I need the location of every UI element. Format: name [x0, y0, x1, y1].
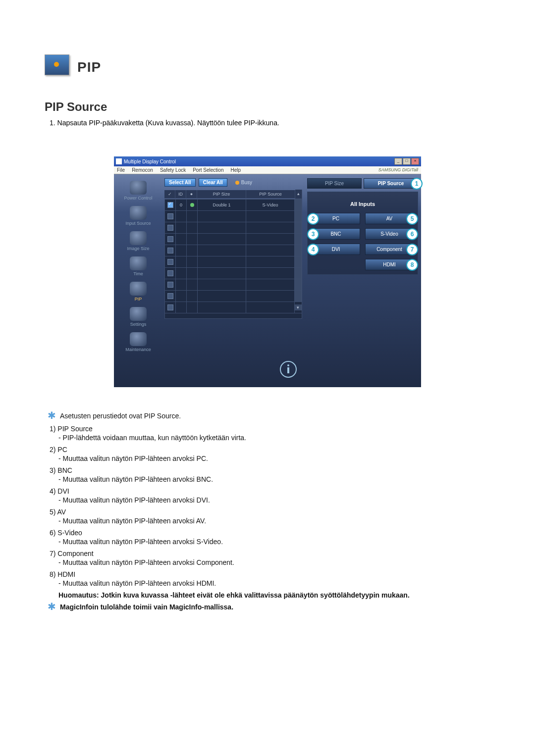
close-button[interactable]: ×: [411, 158, 419, 165]
menu-safety-lock[interactable]: Safety Lock: [160, 167, 186, 173]
col-pip-size: PIP Size: [197, 190, 246, 199]
component-button[interactable]: Component 7: [365, 244, 414, 255]
status-led-icon: [190, 203, 194, 207]
row-pip-source: S-Video: [246, 200, 295, 210]
table-row: [165, 279, 302, 291]
callout-7: 7: [406, 244, 418, 255]
maximize-button[interactable]: □: [403, 158, 411, 165]
sidebar-item-power-control[interactable]: Power Control: [114, 179, 162, 204]
row-checkbox[interactable]: [167, 270, 173, 276]
menu-bar: File Remocon Safety Lock Port Selection …: [114, 166, 421, 174]
hdmi-button[interactable]: HDMI 8: [365, 259, 414, 270]
window-titlebar: Multiple Display Control _ □ ×: [114, 156, 421, 166]
table-row: [165, 291, 302, 302]
sidebar-label: Image Size: [114, 246, 162, 251]
scroll-track[interactable]: [295, 200, 302, 210]
clear-all-button[interactable]: Clear All: [199, 178, 227, 187]
list-item-desc: - Muuttaa valitun näytön PIP-lähteen arv…: [58, 454, 490, 462]
list-item-desc: - Muuttaa valitun näytön PIP-lähteen arv…: [58, 496, 490, 504]
mdc-window: Multiple Display Control _ □ × File Remo…: [114, 156, 421, 387]
pc-button[interactable]: 2 PC: [312, 213, 360, 224]
list-item: 2) PC: [50, 446, 490, 454]
table-row: [165, 222, 302, 234]
list-item-desc: - PIP-lähdettä voidaan muuttaa, kun näyt…: [58, 434, 490, 442]
sidebar-label: Maintenance: [114, 347, 162, 352]
callout-4: 4: [307, 244, 319, 255]
row-checkbox[interactable]: [167, 259, 173, 265]
row-checkbox[interactable]: [167, 213, 173, 219]
btn-label: HDMI: [383, 262, 396, 267]
list-item: 1) PIP Source: [50, 425, 490, 433]
callout-1: 1: [411, 178, 423, 190]
info-icon: [279, 360, 297, 378]
select-all-button[interactable]: Select All: [164, 178, 196, 187]
sidebar-item-maintenance[interactable]: Maintenance: [114, 331, 162, 356]
list-item: 5) AV: [50, 508, 490, 516]
minimize-button[interactable]: _: [394, 158, 402, 165]
menu-remocon[interactable]: Remocon: [132, 167, 153, 173]
col-pip-source: PIP Source: [246, 190, 295, 199]
busy-dot-icon: [235, 181, 239, 185]
svideo-button[interactable]: S-Video 6: [365, 228, 414, 240]
row-pip-size: Double 1: [198, 200, 246, 210]
scroll-up-button[interactable]: ▴: [295, 190, 302, 199]
row-id: 0: [176, 200, 187, 210]
bnc-button[interactable]: 3 BNC: [312, 228, 360, 240]
intro-line: 1. Napsauta PIP-pääkuvaketta (Kuva kuvas…: [50, 119, 490, 127]
list-item: 6) S-Video: [50, 529, 490, 537]
list-item: 8) HDMI: [50, 570, 490, 578]
row-checkbox[interactable]: [167, 282, 173, 288]
star-icon: ✱: [48, 603, 56, 610]
tab-pip-source[interactable]: PIP Source 1: [364, 178, 418, 189]
menu-help[interactable]: Help: [230, 167, 241, 173]
btn-label: PC: [332, 216, 339, 221]
sidebar-label: Input Source: [114, 221, 162, 226]
intro-number: 1.: [50, 119, 55, 127]
grid-body: 0 Double 1 S-Video: [164, 199, 302, 319]
sidebar-label: PIP: [114, 297, 162, 302]
row-checkbox[interactable]: [167, 248, 173, 253]
menu-port-selection[interactable]: Port Selection: [193, 167, 223, 173]
btn-label: S-Video: [380, 231, 398, 237]
col-id: ID: [175, 190, 186, 199]
sidebar-label: Time: [114, 271, 162, 276]
row-checkbox[interactable]: [167, 202, 173, 208]
note-intro: Asetusten perustiedot ovat PIP Source.: [60, 412, 181, 420]
sidebar-item-settings[interactable]: Settings: [114, 305, 162, 331]
footer-area: [164, 319, 302, 383]
settings-icon: [130, 307, 147, 321]
btn-label: Component: [376, 247, 402, 252]
dvi-button[interactable]: 4 DVI: [312, 244, 360, 255]
sidebar-label: Power Control: [114, 196, 162, 201]
btn-label: DVI: [332, 247, 340, 252]
svg-rect-2: [287, 367, 289, 373]
list-item: 3) BNC: [50, 466, 490, 474]
intro-text: Napsauta PIP-pääkuvaketta (Kuva kuvassa)…: [57, 119, 279, 127]
menu-file[interactable]: File: [117, 167, 125, 173]
busy-indicator: Busy: [235, 180, 252, 185]
app-icon: [116, 158, 122, 164]
callout-5: 5: [406, 213, 418, 225]
section-title: PIP Source: [45, 100, 490, 114]
power-icon: [130, 181, 147, 195]
table-row: [165, 211, 302, 222]
sidebar-item-pip[interactable]: PIP: [114, 280, 162, 305]
list-item-desc: - Muuttaa valitun näytön PIP-lähteen arv…: [58, 538, 490, 546]
row-checkbox[interactable]: [167, 225, 173, 231]
table-row: [165, 234, 302, 245]
table-row[interactable]: 0 Double 1 S-Video: [165, 200, 302, 211]
row-checkbox[interactable]: [167, 236, 173, 242]
sidebar-item-time[interactable]: Time: [114, 255, 162, 280]
center-panel: Select All Clear All Busy ✓ ID ● PIP Siz…: [162, 174, 304, 387]
col-status: ●: [186, 190, 197, 199]
row-checkbox[interactable]: [167, 304, 173, 310]
tab-label: PIP Size: [325, 181, 344, 186]
tab-pip-size[interactable]: PIP Size: [307, 178, 362, 189]
brand-label: SAMSUNG DIGITall: [378, 167, 418, 173]
list-item-desc: - Muuttaa valitun näytön PIP-lähteen arv…: [58, 558, 490, 566]
av-button[interactable]: AV 5: [365, 213, 414, 224]
scroll-down-button[interactable]: ▾: [295, 304, 302, 310]
row-checkbox[interactable]: [167, 293, 173, 299]
sidebar-item-image-size[interactable]: Image Size: [114, 230, 162, 255]
sidebar-item-input-source[interactable]: Input Source: [114, 204, 162, 230]
